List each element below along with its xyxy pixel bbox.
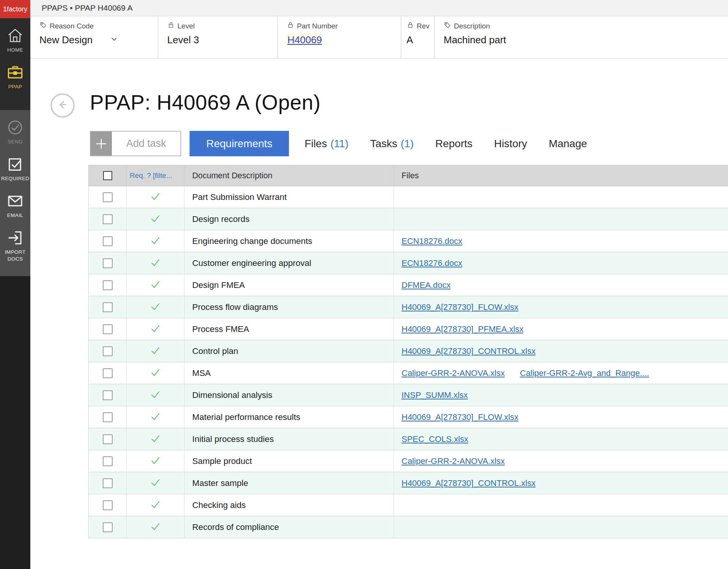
part-number-link[interactable]: H40069	[287, 34, 323, 46]
sidebar: 1factory HOMEPPAP SENDREQUIREDEMAILIMPOR…	[0, 0, 30, 569]
document-description: Part Submission Warrant	[185, 186, 394, 208]
field-value-text: Level 3	[167, 34, 199, 46]
files-cell: INSP_SUMM.xlsx	[394, 384, 728, 406]
file-link[interactable]: H40069_A[278730]_FLOW.xlsx	[402, 412, 518, 422]
required-check-icon	[149, 256, 162, 269]
required-check-icon	[149, 454, 162, 467]
document-description: Sample product	[185, 450, 394, 472]
files-cell	[394, 494, 728, 516]
files-cell: ECN18276.docx	[394, 230, 728, 252]
document-description: Dimensional analysis	[185, 384, 394, 406]
table-row: Process FMEAH40069_A[278730]_PFMEA.xlsx	[89, 318, 728, 340]
sidebar-item-label: SEND	[1, 138, 29, 145]
document-description: Engineering change documents	[185, 230, 394, 252]
tab-reports[interactable]: Reports	[435, 131, 472, 156]
document-description: Initial process studies	[185, 428, 394, 450]
table-row: Customer engineering approvalECN18276.do…	[89, 252, 728, 274]
row-checkbox[interactable]	[103, 214, 113, 224]
page-title: PPAP: H40069 A (Open)	[90, 90, 321, 115]
tab-label: Reports	[435, 138, 472, 150]
file-link[interactable]: INSP_SUMM.xlsx	[402, 390, 468, 400]
row-checkbox[interactable]	[103, 522, 113, 532]
send-icon	[6, 118, 24, 137]
select-all-checkbox[interactable]	[103, 171, 112, 180]
sidebar-item-home[interactable]: HOME	[0, 27, 30, 53]
tab-label: Manage	[549, 138, 587, 150]
file-link[interactable]: H40069_A[278730]_FLOW.xlsx	[402, 302, 518, 312]
row-checkbox[interactable]	[103, 346, 113, 356]
table-row: Engineering change documentsECN18276.doc…	[89, 230, 728, 252]
field-value-text: New Design	[39, 34, 93, 46]
required-check-icon	[149, 388, 162, 401]
row-checkbox[interactable]	[103, 390, 113, 400]
column-header-files: Files	[394, 165, 728, 186]
chevron-down-icon[interactable]	[110, 34, 118, 46]
file-link[interactable]: Caliper-GRR-2-Avg_and_Range....	[520, 368, 649, 378]
sidebar-item-send[interactable]: SEND	[0, 118, 30, 145]
required-check-icon	[149, 476, 162, 489]
sidebar-item-required[interactable]: REQUIRED	[0, 155, 30, 182]
field-description: DescriptionMachined part	[435, 16, 728, 58]
tab-tasks[interactable]: Tasks(1)	[370, 131, 414, 156]
tab-history[interactable]: History	[494, 131, 527, 156]
file-link[interactable]: H40069_A[278730]_PFMEA.xlsx	[402, 324, 524, 334]
table-row: Control planH40069_A[278730]_CONTROL.xls…	[89, 340, 728, 362]
row-checkbox[interactable]	[103, 258, 113, 268]
required-check-icon	[149, 344, 162, 357]
required-check-icon	[149, 322, 162, 335]
back-button[interactable]	[50, 93, 75, 118]
row-checkbox[interactable]	[103, 478, 113, 488]
briefcase-icon	[6, 63, 24, 82]
required-check-icon	[149, 520, 162, 533]
field-label-text: Part Number	[297, 22, 338, 30]
row-checkbox[interactable]	[103, 456, 113, 466]
app-logo[interactable]: 1factory	[0, 0, 30, 18]
tab-files[interactable]: Files(11)	[304, 131, 348, 156]
sidebar-item-label: HOME	[1, 47, 29, 53]
table-row: Material performance resultsH40069_A[278…	[89, 406, 728, 428]
sidebar-item-email[interactable]: EMAIL	[0, 192, 30, 219]
table-row: Checking aids	[89, 494, 728, 516]
field-label: Reason Code	[39, 21, 158, 31]
row-checkbox[interactable]	[103, 412, 113, 422]
lock-icon	[406, 21, 414, 31]
column-header-required[interactable]: Req. ? [filte...	[127, 165, 185, 186]
header-fields: Reason CodeNew DesignLevelLevel 3Part Nu…	[30, 16, 728, 58]
sidebar-item-import-docs[interactable]: IMPORT DOCS	[0, 229, 30, 262]
field-value-text: Machined part	[444, 34, 506, 46]
add-task-label: Add task	[112, 132, 180, 156]
file-link[interactable]: ECN18276.docx	[402, 258, 462, 268]
files-cell: H40069_A[278730]_CONTROL.xlsx	[394, 472, 728, 494]
file-link[interactable]: H40069_A[278730]_CONTROL.xlsx	[402, 346, 535, 356]
files-cell: H40069_A[278730]_FLOW.xlsx	[394, 296, 728, 318]
row-checkbox[interactable]	[103, 368, 113, 378]
requirements-table: Req. ? [filte... Document Description Fi…	[88, 165, 728, 538]
sidebar-item-ppap[interactable]: PPAP	[0, 63, 30, 90]
document-description: Customer engineering approval	[185, 252, 394, 274]
files-cell: H40069_A[278730]_CONTROL.xlsx	[394, 340, 728, 362]
required-check-icon	[149, 432, 162, 445]
tab-requirements[interactable]: Requirements	[190, 131, 289, 156]
field-label-text: Level	[177, 22, 195, 30]
file-link[interactable]: H40069_A[278730]_CONTROL.xlsx	[402, 478, 535, 488]
file-link[interactable]: Caliper-GRR-2-ANOVA.xlsx	[402, 368, 505, 378]
row-checkbox[interactable]	[103, 236, 113, 246]
file-link[interactable]: ECN18276.docx	[402, 236, 462, 246]
field-level: LevelLevel 3	[158, 16, 278, 58]
plus-icon	[91, 132, 112, 156]
required-check-icon	[149, 278, 162, 291]
document-description: Design records	[185, 208, 394, 230]
row-checkbox[interactable]	[103, 500, 113, 510]
row-checkbox[interactable]	[103, 302, 113, 312]
table-row: Initial process studiesSPEC_COLS.xlsx	[89, 428, 728, 450]
file-link[interactable]: SPEC_COLS.xlsx	[402, 434, 468, 444]
row-checkbox[interactable]	[103, 434, 113, 444]
row-checkbox[interactable]	[103, 280, 113, 290]
tab-manage[interactable]: Manage	[549, 131, 587, 156]
row-checkbox[interactable]	[103, 192, 113, 202]
file-link[interactable]: Caliper-GRR-2-ANOVA.xlsx	[402, 456, 505, 466]
row-checkbox[interactable]	[103, 324, 113, 334]
add-task-button[interactable]: Add task	[90, 131, 181, 156]
file-link[interactable]: DFMEA.docx	[402, 280, 451, 290]
tab-count: (11)	[330, 138, 348, 150]
